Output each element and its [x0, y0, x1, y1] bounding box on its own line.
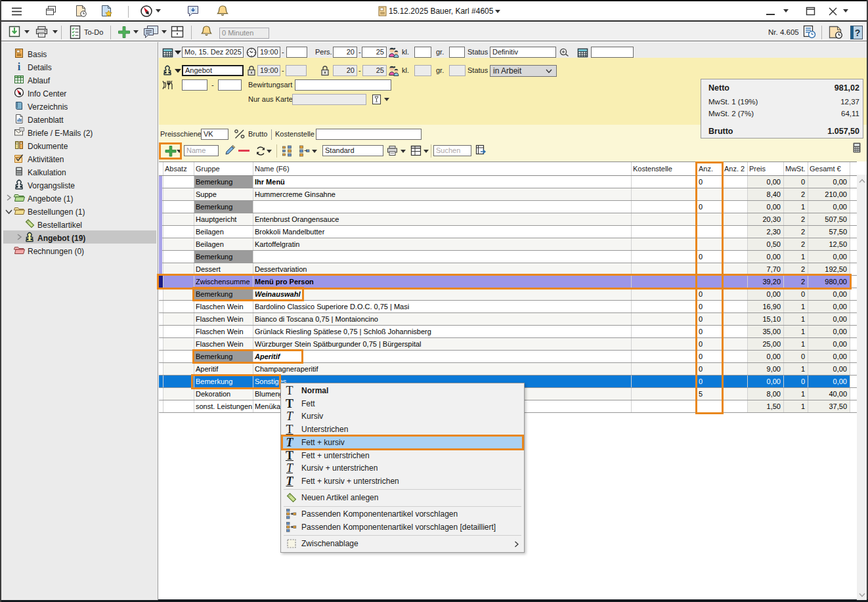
- svg-text:?: ?: [855, 28, 861, 38]
- svg-text:i: i: [18, 61, 21, 72]
